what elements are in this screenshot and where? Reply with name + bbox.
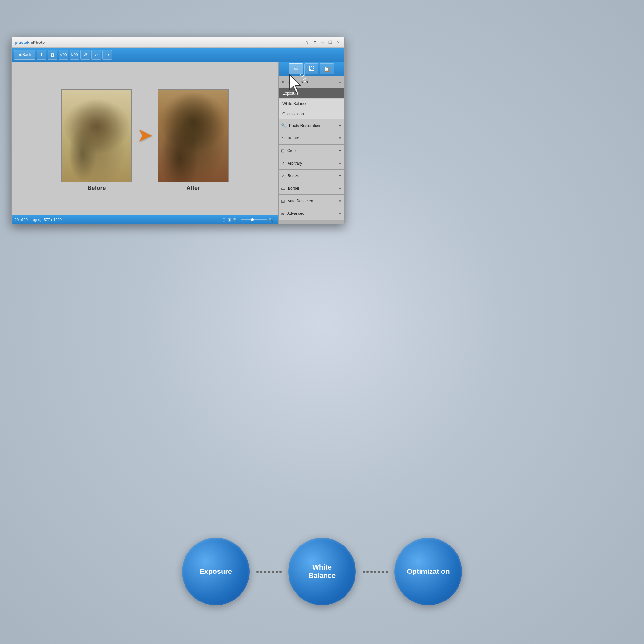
dot: [279, 571, 282, 573]
photo-restoration-icon: 🔧: [281, 123, 287, 128]
grid-view-icon[interactable]: ⊞: [228, 217, 231, 222]
qf-optimization[interactable]: Optimization: [279, 109, 344, 119]
tab-edit[interactable]: ✏: [289, 63, 303, 74]
help-button[interactable]: ?: [304, 40, 310, 45]
before-photo: [62, 90, 131, 182]
dot: [386, 571, 388, 573]
resize-icon: ⤢: [281, 173, 285, 178]
auto-descreen-label: Auto Descreen: [288, 199, 336, 203]
dot: [272, 571, 274, 573]
zoom-out-icon[interactable]: 🔍-: [233, 218, 239, 222]
diagram-exposure-label: Exposure: [200, 567, 232, 576]
border-section: ▭ Border ▼: [279, 182, 344, 195]
dot: [256, 571, 259, 573]
right-panel: ✏ 🖼 📋 ✦ Quick Fixes ▲ Exposure White Bal…: [278, 62, 344, 224]
zoom-in-icon[interactable]: 🔍+: [269, 218, 275, 222]
rotate-icon: ↻: [281, 136, 285, 141]
crop-icon: ⊡: [281, 148, 285, 153]
resize-chevron: ▼: [338, 174, 342, 178]
crop-section: ⊡ Crop ▼: [279, 145, 344, 157]
bottom-diagram: Exposure White Balance Optimization: [177, 538, 467, 605]
quick-fixes-content: Exposure White Balance Optimization: [279, 88, 344, 119]
reset-button[interactable]: ↺: [81, 50, 90, 60]
status-icons: ⊟ ⊞ 🔍- 🔍+: [222, 217, 275, 222]
tab-export[interactable]: 📋: [320, 63, 334, 74]
crop-label: Crop: [287, 148, 336, 153]
diagram-circle-optimization: Optimization: [394, 538, 462, 605]
brand-tek: tek: [24, 40, 30, 45]
diagram-circle-exposure: Exposure: [182, 538, 250, 605]
after-panel: After: [158, 89, 229, 192]
split-view-icon[interactable]: ⊟: [222, 217, 226, 222]
arbitrary-header[interactable]: ↗ Arbitrary ▼: [279, 157, 344, 169]
redo-button[interactable]: ↪: [102, 50, 112, 60]
brand-plus: plus: [15, 40, 24, 45]
auto-descreen-header[interactable]: ⊞ Auto Descreen ▼: [279, 195, 344, 207]
dot: [370, 571, 373, 573]
zoom-thumb: [251, 218, 254, 221]
before-label: Before: [87, 185, 106, 192]
quick-fixes-icon: ✦: [281, 80, 285, 85]
qf-white-balance[interactable]: White Balance: [279, 99, 344, 109]
dot: [268, 571, 270, 573]
zoom-slider[interactable]: [241, 219, 267, 220]
export-button[interactable]: ⬆: [37, 50, 46, 60]
before-panel: Before: [61, 89, 132, 192]
photo-restoration-header[interactable]: 🔧 Photo Restoration ▼: [279, 119, 344, 132]
minimize-button[interactable]: ─: [320, 40, 326, 45]
canvas-content: Before ➤ After: [12, 62, 278, 215]
rotate-cw90-button[interactable]: ↻90: [70, 50, 79, 60]
after-photo: [158, 90, 228, 182]
border-header[interactable]: ▭ Border ▼: [279, 182, 344, 194]
delete-button[interactable]: 🗑: [48, 50, 57, 60]
qf-exposure[interactable]: Exposure: [279, 88, 344, 99]
dot: [366, 571, 369, 573]
quick-fixes-chevron: ▲: [338, 81, 342, 84]
canvas-area: Before ➤ After 20 of 20 images, 1577 x 1…: [12, 62, 278, 224]
restore-button[interactable]: ❐: [327, 40, 333, 45]
app-brand: plustek ePhoto: [15, 40, 45, 45]
resize-section: ⤢ Resize ▼: [279, 170, 344, 182]
resize-label: Resize: [288, 174, 336, 178]
undo-button[interactable]: ↩: [91, 50, 101, 60]
tab-compare[interactable]: 🖼: [304, 63, 318, 74]
arbitrary-section: ↗ Arbitrary ▼: [279, 157, 344, 170]
quick-fixes-header[interactable]: ✦ Quick Fixes ▲: [279, 76, 344, 88]
photo-restoration-label: Photo Restoration: [289, 123, 336, 128]
dot: [363, 571, 365, 573]
auto-descreen-chevron: ▼: [338, 199, 342, 203]
dot: [382, 571, 384, 573]
settings-button[interactable]: ⚙: [312, 40, 318, 45]
advanced-section: ≋ Advanced ▼: [279, 207, 344, 220]
photo-restoration-section: 🔧 Photo Restoration ▼: [279, 119, 344, 132]
quick-fixes-label: Quick Fixes: [288, 80, 336, 84]
crop-header[interactable]: ⊡ Crop ▼: [279, 145, 344, 157]
toolbar: ◀ Back ⬆ 🗑 ↺90 ↻90 ↺ ↩ ↪: [12, 48, 344, 62]
auto-descreen-section: ⊞ Auto Descreen ▼: [279, 195, 344, 207]
dot: [264, 571, 266, 573]
resize-header[interactable]: ⤢ Resize ▼: [279, 170, 344, 182]
dot: [276, 571, 278, 573]
rotate-section: ↻ Rotate ▼: [279, 132, 344, 145]
status-bar: 20 of 20 images, 1577 x 1920 ⊟ ⊞ 🔍- 🔍+: [12, 215, 278, 224]
advanced-chevron: ▼: [338, 212, 342, 215]
app-window: plustek ePhoto ? ⚙ ─ ❐ ✕ ◀ Back ⬆ 🗑 ↺90 …: [11, 37, 345, 224]
after-label: After: [186, 185, 200, 192]
diagram-circle-white-balance: White Balance: [288, 538, 356, 605]
advanced-icon: ≋: [281, 211, 285, 216]
diagram-dots-2: [356, 571, 394, 573]
after-photo-frame: [158, 89, 229, 182]
advanced-header[interactable]: ≋ Advanced ▼: [279, 207, 344, 220]
back-button[interactable]: ◀ Back: [14, 50, 35, 60]
title-bar: plustek ePhoto ? ⚙ ─ ❐ ✕: [12, 37, 344, 48]
rotate-ccw90-button[interactable]: ↺90: [59, 50, 68, 60]
close-button[interactable]: ✕: [335, 40, 341, 45]
main-area: Before ➤ After 20 of 20 images, 1577 x 1…: [12, 62, 344, 224]
status-text: 20 of 20 images, 1577 x 1920: [15, 218, 220, 222]
rotate-chevron: ▼: [338, 137, 342, 140]
quick-fixes-section: ✦ Quick Fixes ▲ Exposure White Balance O…: [279, 76, 344, 119]
rotate-label: Rotate: [288, 136, 336, 140]
dot: [374, 571, 376, 573]
rotate-header[interactable]: ↻ Rotate ▼: [279, 132, 344, 144]
advanced-label: Advanced: [287, 211, 336, 216]
